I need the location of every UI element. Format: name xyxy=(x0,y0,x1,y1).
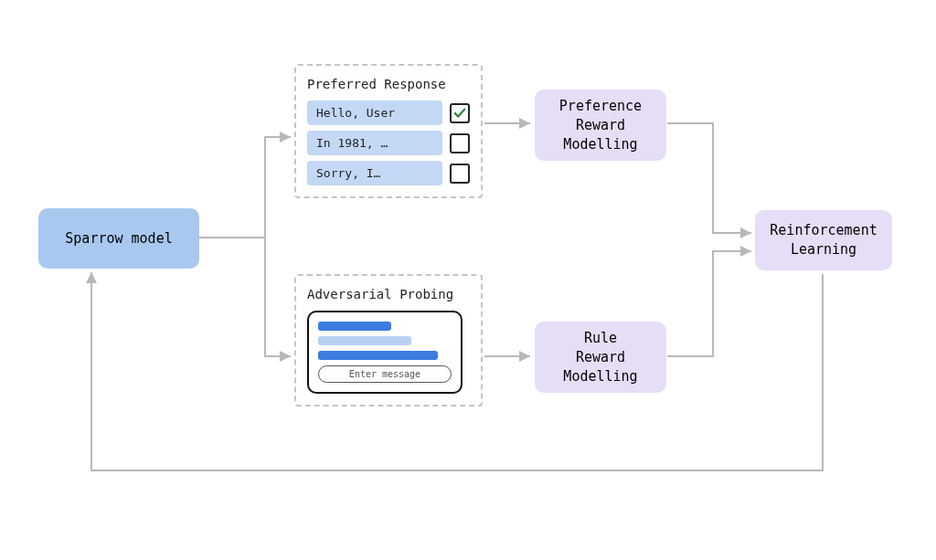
panel-adversarial-probing: Adversarial Probing Enter message xyxy=(294,274,483,407)
response-checkbox-checked[interactable] xyxy=(450,103,470,123)
response-checkbox-unchecked[interactable] xyxy=(450,133,470,153)
node-label: Rule Reward Modelling xyxy=(563,329,637,386)
chat-message-bar xyxy=(318,351,438,360)
chat-message-bar xyxy=(318,322,391,331)
node-label: Reinforcement Learning xyxy=(770,221,877,259)
chat-message-bar xyxy=(318,336,411,345)
panel-preferred-response: Preferred Response Hello, User In 1981, … xyxy=(294,64,483,198)
chat-window: Enter message xyxy=(307,311,463,394)
response-chip: In 1981, … xyxy=(307,131,442,155)
response-row: Hello, User xyxy=(307,100,470,125)
node-reinforcement-learning: Reinforcement Learning xyxy=(755,210,892,270)
node-label: Preference Reward Modelling xyxy=(559,97,642,154)
panel-title: Adversarial Probing xyxy=(307,287,470,301)
response-row: Sorry, I… xyxy=(307,161,470,185)
chat-input-placeholder[interactable]: Enter message xyxy=(318,365,452,383)
node-label: Sparrow model xyxy=(65,229,172,248)
response-row: In 1981, … xyxy=(307,131,470,155)
node-preference-reward-modelling: Preference Reward Modelling xyxy=(535,90,666,161)
response-chip: Hello, User xyxy=(307,100,442,125)
response-checkbox-unchecked[interactable] xyxy=(450,164,470,184)
panel-title: Preferred Response xyxy=(307,77,470,91)
check-icon xyxy=(453,107,466,120)
node-sparrow-model: Sparrow model xyxy=(38,208,199,269)
node-rule-reward-modelling: Rule Reward Modelling xyxy=(535,322,666,393)
response-chip: Sorry, I… xyxy=(307,161,442,185)
